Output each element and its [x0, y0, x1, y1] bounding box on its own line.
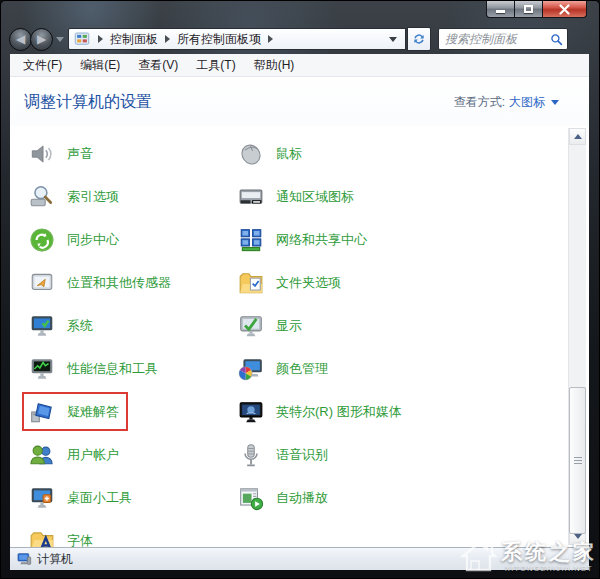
items-panel: 声音 索引选项 同步中心 [10, 126, 589, 547]
status-bar: 计算机 [10, 547, 589, 570]
cp-item-notification-area[interactable]: 通知区域图标 [238, 175, 360, 218]
maximize-icon [524, 5, 533, 13]
cp-item-label: 桌面小工具 [67, 489, 132, 507]
cp-item-label: 英特尔(R) 图形和媒体 [276, 403, 402, 421]
cp-item-label: 显示 [276, 317, 302, 335]
menu-view[interactable]: 查看(V) [129, 54, 187, 76]
location-sensors-icon [29, 270, 55, 296]
color-management-icon [238, 356, 264, 382]
desktop-gadgets-icon [29, 485, 55, 511]
scroll-down-icon [574, 534, 582, 539]
cp-item-network-sharing[interactable]: 网络和共享中心 [238, 218, 373, 261]
cp-item-user-accounts[interactable]: 用户帐户 [29, 433, 125, 476]
user-accounts-icon [29, 442, 55, 468]
view-by-dropdown-icon[interactable] [551, 100, 559, 105]
view-by-value[interactable]: 大图标 [509, 94, 545, 111]
minimize-button[interactable] [486, 1, 515, 18]
cp-item-mouse[interactable]: 鼠标 [238, 132, 308, 175]
menu-file[interactable]: 文件(F) [14, 54, 71, 76]
cp-item-label: 字体 [67, 532, 93, 548]
cp-item-label: 索引选项 [67, 188, 119, 206]
cp-item-label: 系统 [67, 317, 93, 335]
cp-item-label: 声音 [67, 145, 93, 163]
cp-item-indexing-options[interactable]: 索引选项 [29, 175, 125, 218]
sync-center-icon [29, 227, 55, 253]
close-button[interactable] [542, 1, 587, 18]
view-by-control: 查看方式: 大图标 [454, 94, 559, 111]
search-input[interactable] [443, 31, 550, 47]
close-icon [559, 4, 570, 15]
status-label: 计算机 [37, 551, 73, 568]
scrollbar-thumb[interactable] [569, 387, 586, 534]
troubleshooting-icon [29, 399, 55, 425]
cp-item-label: 文件夹选项 [276, 274, 341, 292]
back-button[interactable]: ◀ [9, 28, 32, 51]
cp-item-label: 性能信息和工具 [67, 360, 158, 378]
cp-item-fonts[interactable]: 字体 [29, 519, 99, 547]
navigation-bar: ◀ ▶ 控制面板 所有控制面板项 [1, 24, 599, 54]
address-dropdown-icon[interactable] [389, 37, 397, 42]
intel-graphics-icon [238, 399, 264, 425]
cp-item-autoplay[interactable]: 自动播放 [238, 476, 334, 519]
menu-help[interactable]: 帮助(H) [245, 54, 304, 76]
cp-item-sound[interactable]: 声音 [29, 132, 99, 175]
cp-item-display[interactable]: 显示 [238, 304, 308, 347]
cp-item-intel-graphics[interactable]: 英特尔(R) 图形和媒体 [238, 390, 408, 433]
display-icon [238, 313, 264, 339]
cp-item-label: 鼠标 [276, 145, 302, 163]
breadcrumb-arrow-icon [268, 35, 273, 43]
refresh-icon [412, 32, 426, 46]
cp-item-location-sensors[interactable]: 位置和其他传感器 [29, 261, 177, 304]
cp-item-sync-center[interactable]: 同步中心 [29, 218, 125, 261]
refresh-button[interactable] [407, 27, 431, 51]
cp-item-label: 同步中心 [67, 231, 119, 249]
network-sharing-icon [238, 227, 264, 253]
speech-recognition-icon [238, 442, 264, 468]
search-icon [550, 33, 563, 46]
caption-buttons [486, 1, 587, 18]
maximize-button[interactable] [515, 1, 542, 18]
scrollbar-track[interactable] [569, 145, 586, 528]
control-panel-window: ◀ ▶ 控制面板 所有控制面板项 [0, 0, 600, 579]
computer-icon [16, 551, 32, 567]
cp-item-folder-options[interactable]: 文件夹选项 [238, 261, 347, 304]
items-column-left: 声音 索引选项 同步中心 [29, 132, 177, 547]
cp-item-speech-recognition[interactable]: 语音识别 [238, 433, 334, 476]
cp-item-label: 自动播放 [276, 489, 328, 507]
scroll-up-icon [574, 134, 582, 139]
search-box [438, 28, 568, 50]
forward-button[interactable]: ▶ [30, 28, 53, 51]
cp-item-label: 用户帐户 [67, 446, 119, 464]
cp-item-color-management[interactable]: 颜色管理 [238, 347, 334, 390]
cp-item-system[interactable]: 系统 [29, 304, 99, 347]
menu-edit[interactable]: 编辑(E) [71, 54, 129, 76]
back-arrow-icon: ◀ [16, 33, 25, 45]
menu-tools[interactable]: 工具(T) [187, 54, 244, 76]
menu-bar: 文件(F) 编辑(E) 查看(V) 工具(T) 帮助(H) [10, 54, 589, 77]
page-title: 调整计算机的设置 [24, 92, 152, 113]
view-by-label: 查看方式: [454, 94, 505, 111]
cp-item-troubleshooting[interactable]: 疑难解答 [29, 390, 125, 433]
control-panel-icon [73, 30, 91, 48]
cp-item-label: 颜色管理 [276, 360, 328, 378]
address-bar[interactable]: 控制面板 所有控制面板项 [68, 28, 406, 50]
folder-options-icon [238, 270, 264, 296]
vertical-scrollbar[interactable] [568, 128, 586, 545]
cp-item-label: 语音识别 [276, 446, 328, 464]
fonts-icon [29, 528, 55, 548]
sound-icon [29, 141, 55, 167]
breadcrumb-control-panel[interactable]: 控制面板 [110, 31, 158, 48]
items-column-right: 鼠标 通知区域图标 [238, 132, 408, 519]
cp-item-desktop-gadgets[interactable]: 桌面小工具 [29, 476, 138, 519]
minimize-icon [496, 10, 505, 13]
cp-item-label: 网络和共享中心 [276, 231, 367, 249]
client-area: 文件(F) 编辑(E) 查看(V) 工具(T) 帮助(H) 调整计算机的设置 查… [10, 54, 589, 570]
breadcrumb-all-items[interactable]: 所有控制面板项 [177, 31, 261, 48]
cp-item-performance-tools[interactable]: 性能信息和工具 [29, 347, 164, 390]
performance-tools-icon [29, 356, 55, 382]
scroll-up-button[interactable] [569, 128, 586, 145]
cp-item-label: 疑难解答 [67, 403, 119, 421]
recent-pages-dropdown-icon[interactable] [56, 37, 64, 42]
breadcrumb-arrow-icon [98, 35, 103, 43]
indexing-options-icon [29, 184, 55, 210]
